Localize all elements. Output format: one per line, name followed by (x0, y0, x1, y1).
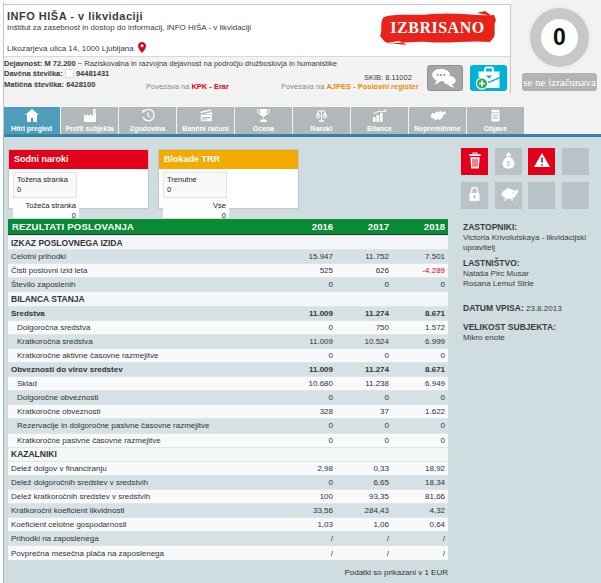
svg-text:$: $ (507, 160, 511, 167)
